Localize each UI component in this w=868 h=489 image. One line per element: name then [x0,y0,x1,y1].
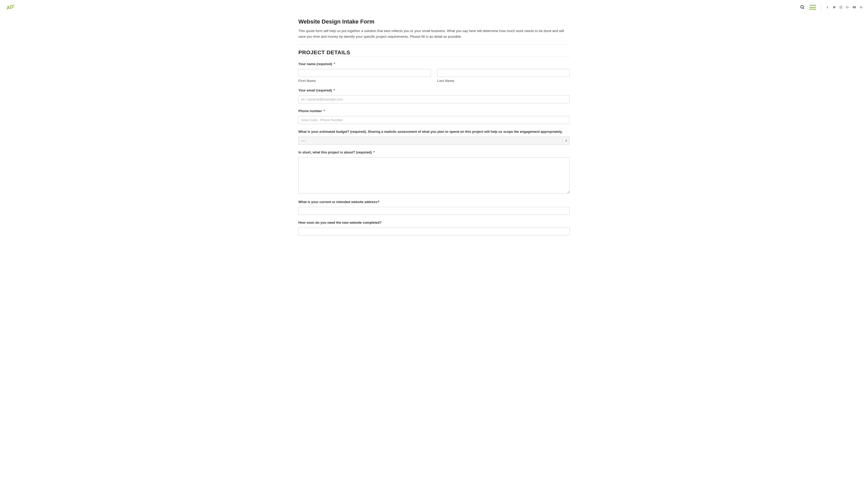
required-mark: * [324,109,325,113]
first-name-col: First Name [299,69,431,83]
email-input[interactable] [299,95,570,103]
heading-underline [299,57,570,57]
facebook-icon[interactable] [826,5,829,9]
phone-input[interactable] [299,116,570,124]
phone-field-group: Phone number * [299,109,570,124]
budget-select[interactable]: ---- [299,136,570,145]
website-address-input[interactable] [299,207,570,215]
completion-time-label: How soon do you need the new website com… [299,221,570,224]
instagram-icon[interactable] [839,5,843,9]
section-heading: PROJECT DETAILS [299,49,570,56]
last-name-sublabel: Last Name [437,79,570,83]
required-mark: * [373,150,375,154]
name-row: First Name Last Name [299,69,570,83]
website-address-label: What is your current or intended website… [299,200,570,204]
completion-time-input[interactable] [299,227,570,236]
first-name-input[interactable] [299,69,431,77]
name-field-group: Your name (required) * First Name Last N… [299,62,570,83]
svg-line-2 [803,8,804,9]
youtube-icon[interactable] [852,5,856,9]
budget-select-wrapper: ---- [299,136,570,145]
name-label: Your name (required) * [299,62,570,66]
last-name-col: Last Name [437,69,570,83]
form-title: Website Design Intake Form [299,18,570,25]
website-address-field-group: What is your current or intended website… [299,200,570,215]
required-mark: * [334,88,335,92]
svg-point-4 [840,7,841,8]
divider [299,44,570,45]
first-name-sublabel: First Name [299,79,431,83]
project-about-label: In short, what this project is about? (r… [299,150,570,154]
googleplus-icon[interactable] [846,5,849,9]
svg-point-5 [841,6,842,6]
header-right [800,2,863,12]
budget-label: What is your estimated budget? (required… [299,130,570,133]
completion-time-field-group: How soon do you need the new website com… [299,221,570,236]
twitter-icon[interactable] [832,5,836,9]
social-icons [826,5,863,9]
form-description: This quote form will help us put togethe… [299,28,570,39]
phone-label: Phone number * [299,109,570,113]
required-mark: * [334,62,335,66]
email-field-group: Your email (required) * [299,88,570,103]
menu-icon[interactable] [809,5,816,9]
form-container: Website Design Intake Form This quote fo… [299,18,570,252]
project-about-textarea[interactable] [299,157,570,193]
email-label: Your email (required) * [299,88,570,92]
svg-text:ADS: ADS [5,3,14,11]
header: ADS [0,0,868,14]
svg-point-1 [801,5,803,8]
budget-field-group: What is your estimated budget? (required… [299,130,570,145]
search-icon[interactable] [800,5,805,9]
site-logo[interactable]: ADS [5,3,14,11]
linkedin-icon[interactable] [859,5,863,9]
last-name-input[interactable] [437,69,570,77]
project-about-field-group: In short, what this project is about? (r… [299,150,570,194]
